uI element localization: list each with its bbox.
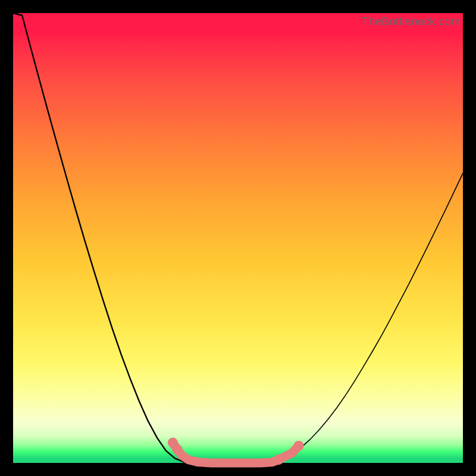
curve-layer (13, 13, 463, 463)
highlight-dot (294, 441, 304, 451)
chart-svg (13, 13, 463, 463)
watermark-text: TheBottleneck.com (362, 15, 461, 28)
highlight-dot (172, 444, 182, 455)
bottleneck-curve-right (256, 173, 463, 463)
bottleneck-curve-left (13, 13, 265, 463)
highlight-dot (274, 455, 284, 465)
chart-frame: TheBottleneck.com (0, 0, 476, 476)
highlight-markers (168, 437, 304, 465)
